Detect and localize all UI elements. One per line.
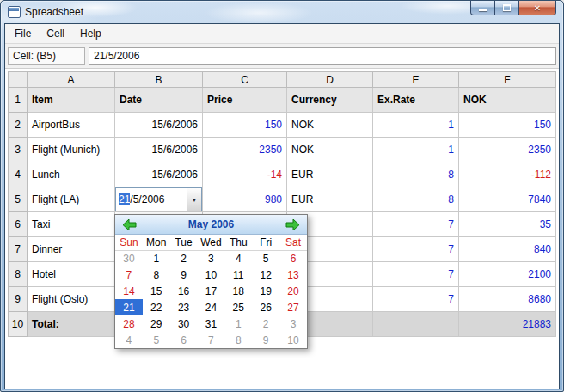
cell-A6[interactable]: Taxi: [28, 212, 115, 237]
col-header-A[interactable]: A: [28, 72, 115, 88]
calendar-day-14[interactable]: 14: [115, 283, 143, 299]
cell-E3[interactable]: 1: [373, 138, 459, 162]
calendar-day-5-adjacent[interactable]: 5: [143, 332, 170, 348]
col-header-B[interactable]: B: [115, 72, 203, 88]
calendar-day-2[interactable]: 2: [170, 250, 198, 266]
cell-F7[interactable]: 840: [459, 237, 556, 262]
cell-F5[interactable]: 7840: [459, 187, 556, 212]
cell-C2[interactable]: 150: [203, 113, 287, 138]
row-header-2[interactable]: 2: [9, 113, 28, 138]
col-header-C[interactable]: C: [203, 72, 287, 88]
cell-C3[interactable]: 2350: [203, 138, 287, 162]
calendar-day-7[interactable]: 7: [115, 266, 143, 283]
cell-F10[interactable]: 21883: [459, 312, 556, 337]
cell-E6[interactable]: 7: [373, 212, 459, 237]
cell-B3[interactable]: 15/6/2006: [115, 138, 203, 162]
calendar-day-24[interactable]: 24: [198, 299, 225, 315]
calendar-day-21[interactable]: 21: [115, 299, 143, 315]
calendar-day-16[interactable]: 16: [170, 283, 198, 299]
menu-help[interactable]: Help: [72, 25, 109, 42]
cell-C5[interactable]: 980: [203, 187, 287, 212]
calendar-day-28[interactable]: 28: [115, 315, 143, 332]
grid-corner[interactable]: [9, 72, 28, 88]
calendar-day-25[interactable]: 25: [224, 299, 252, 315]
col-header-F[interactable]: F: [459, 72, 556, 88]
cell-D2[interactable]: NOK: [287, 113, 373, 138]
calendar-day-31[interactable]: 31: [198, 315, 225, 332]
calendar-day-10-adjacent[interactable]: 10: [279, 332, 307, 348]
row-header-1[interactable]: 1: [9, 88, 28, 113]
calendar-day-15[interactable]: 15: [143, 283, 170, 299]
minimize-button[interactable]: [470, 1, 495, 15]
cell-A9[interactable]: Flight (Oslo): [28, 287, 115, 312]
calendar-day-5[interactable]: 5: [252, 250, 279, 266]
cell-E2[interactable]: 1: [373, 113, 459, 138]
calendar-day-30-adjacent[interactable]: 30: [115, 250, 143, 266]
calendar-day-9-adjacent[interactable]: 9: [252, 332, 279, 348]
calendar-day-29[interactable]: 29: [143, 315, 170, 332]
cell-D3[interactable]: NOK: [287, 138, 373, 162]
col-header-E[interactable]: E: [373, 72, 459, 88]
menu-cell[interactable]: Cell: [39, 25, 72, 42]
calendar-day-30[interactable]: 30: [170, 315, 198, 332]
cell-B2[interactable]: 15/6/2006: [115, 113, 203, 138]
calendar-day-10[interactable]: 10: [198, 266, 225, 283]
cell-A4[interactable]: Lunch: [28, 162, 115, 187]
cell-E4[interactable]: 8: [373, 162, 459, 187]
cell-E10[interactable]: [373, 312, 459, 337]
cell-B5[interactable]: 21/5/2006▼: [115, 187, 203, 212]
calendar-day-1[interactable]: 1: [143, 250, 170, 266]
close-button[interactable]: ✕: [519, 1, 556, 15]
cell-E1[interactable]: Ex.Rate: [373, 88, 459, 113]
row-header-10[interactable]: 10: [9, 312, 28, 337]
cell-A8[interactable]: Hotel: [28, 262, 115, 287]
calendar-day-4-adjacent[interactable]: 4: [115, 332, 143, 348]
cell-F6[interactable]: 35: [459, 212, 556, 237]
cell-value-input[interactable]: [89, 47, 556, 65]
cell-A5[interactable]: Flight (LA): [28, 187, 115, 212]
cell-B1[interactable]: Date: [115, 88, 203, 113]
calendar-day-1-adjacent[interactable]: 1: [224, 315, 252, 332]
cell-D5[interactable]: EUR: [287, 187, 373, 212]
calendar-day-17[interactable]: 17: [198, 283, 225, 299]
cell-D1[interactable]: Currency: [287, 88, 373, 113]
calendar-day-22[interactable]: 22: [143, 299, 170, 315]
calendar-day-23[interactable]: 23: [170, 299, 198, 315]
calendar-day-26[interactable]: 26: [252, 299, 279, 315]
cell-F3[interactable]: 2350: [459, 138, 556, 162]
cell-A7[interactable]: Dinner: [28, 237, 115, 262]
cell-E7[interactable]: 7: [373, 237, 459, 262]
cell-E5[interactable]: 8: [373, 187, 459, 212]
menu-file[interactable]: File: [7, 25, 39, 42]
cell-D4[interactable]: EUR: [287, 162, 373, 187]
calendar-day-18[interactable]: 18: [224, 283, 252, 299]
cell-A10[interactable]: Total:: [28, 312, 115, 337]
cell-A1[interactable]: Item: [28, 88, 115, 113]
cell-E9[interactable]: 7: [373, 287, 459, 312]
calendar-day-11[interactable]: 11: [224, 266, 252, 283]
calendar-day-20[interactable]: 20: [279, 283, 307, 299]
cell-F2[interactable]: 150: [459, 113, 556, 138]
cell-C1[interactable]: Price: [203, 88, 287, 113]
row-header-8[interactable]: 8: [9, 262, 28, 287]
prev-month-button[interactable]: [120, 217, 140, 233]
dropdown-button[interactable]: ▼: [187, 188, 201, 211]
calendar-day-8-adjacent[interactable]: 8: [224, 332, 252, 348]
calendar-day-8[interactable]: 8: [143, 266, 170, 283]
calendar-day-6-adjacent[interactable]: 6: [170, 332, 198, 348]
calendar-day-2-adjacent[interactable]: 2: [252, 315, 279, 332]
calendar-day-6[interactable]: 6: [279, 250, 307, 266]
calendar-day-27[interactable]: 27: [279, 299, 307, 315]
cell-C4[interactable]: -14: [203, 162, 287, 187]
row-header-5[interactable]: 5: [9, 187, 28, 212]
row-header-3[interactable]: 3: [9, 138, 28, 162]
maximize-button[interactable]: [495, 1, 519, 15]
cell-F4[interactable]: -112: [459, 162, 556, 187]
row-header-6[interactable]: 6: [9, 212, 28, 237]
cell-B4[interactable]: 15/6/2006: [115, 162, 203, 187]
col-header-D[interactable]: D: [287, 72, 373, 88]
cell-E8[interactable]: 7: [373, 262, 459, 287]
calendar-day-7-adjacent[interactable]: 7: [198, 332, 225, 348]
row-header-7[interactable]: 7: [9, 237, 28, 262]
cell-F8[interactable]: 2100: [459, 262, 556, 287]
